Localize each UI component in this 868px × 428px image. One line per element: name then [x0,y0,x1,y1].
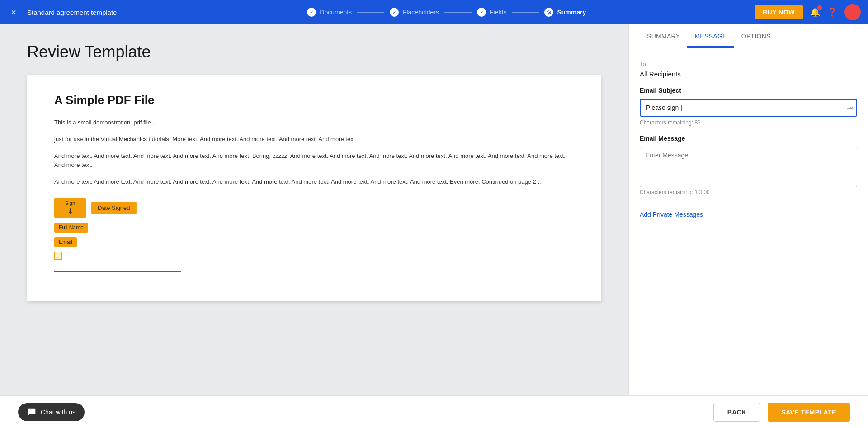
doc-paragraph-2: just for use in the Virtual Mechanics tu… [54,135,574,144]
subject-chars-remaining: Characters remaining: 89 [640,119,857,126]
sign-label: Sign [65,200,75,206]
to-label: To [640,61,857,67]
save-template-button[interactable]: SAVE TEMPLATE [768,403,850,422]
help-button[interactable]: ❓ [827,7,837,17]
step-documents-icon: ✓ [307,8,316,17]
email-subject-wrapper: ⇥ [640,99,857,117]
fullname-badge: Full Name [54,223,88,233]
buy-now-button[interactable]: BUY NOW [755,5,803,19]
sign-date-row: Sign ⬇ Date Signed [54,198,574,218]
message-chars-remaining: Characters remaining: 10000 [640,189,857,195]
tab-summary[interactable]: SUMMARY [640,24,687,48]
email-label: Email [59,239,72,245]
email-subject-label: Email Subject [640,87,857,94]
doc-paragraph-3: And more text. And more text. And more t… [54,152,574,171]
date-signed-label: Date Signed [98,204,130,211]
doc-fields: Sign ⬇ Date Signed Full Name Email [54,198,574,272]
step-summary[interactable]: ◎ Summary [544,8,586,17]
step-divider-3 [512,12,539,13]
step-fields-label: Fields [490,9,506,16]
input-arrow-icon: ⇥ [847,104,853,112]
chat-button[interactable]: Chat with us [18,403,85,421]
signature-line [54,271,181,272]
email-message-textarea[interactable] [640,147,857,187]
main-layout: Review Template A Simple PDF File This i… [0,24,868,428]
step-summary-icon: ◎ [544,8,553,17]
step-placeholders-label: Placeholders [402,9,439,16]
steps-indicator: ✓ Documents ✓ Placeholders ✓ Fields ◎ Su… [138,8,755,17]
right-tabs: SUMMARY MESSAGE OPTIONS [629,24,868,48]
topnav-right: BUY NOW 🔔 ❓ [755,4,861,20]
bottom-bar: Chat with us BACK SAVE TEMPLATE [0,395,868,428]
email-badge: Email [54,237,77,247]
fullname-label: Full Name [59,224,84,231]
notification-badge [817,5,822,10]
doc-paragraph-4: And more text. And more text. And more t… [54,177,574,187]
template-title: Standard agreement template [27,9,117,16]
chat-label: Chat with us [41,409,75,416]
step-divider-1 [357,12,384,13]
email-row: Email [54,237,574,247]
chat-icon [27,408,36,417]
tab-options[interactable]: OPTIONS [734,24,778,48]
step-divider-2 [444,12,472,13]
step-summary-label: Summary [557,9,586,16]
doc-paragraph-1: This is a small demonstration .pdf file … [54,118,574,128]
email-message-label: Email Message [640,135,857,142]
step-fields-icon: ✓ [477,8,486,17]
document-preview: A Simple PDF File This is a small demons… [27,75,601,301]
message-content: To All Recipients Email Subject ⇥ Charac… [629,48,868,428]
sign-arrow-icon: ⬇ [67,207,73,215]
back-button[interactable]: BACK [713,403,760,422]
left-panel: Review Template A Simple PDF File This i… [0,24,628,428]
step-fields[interactable]: ✓ Fields [477,8,506,17]
close-button[interactable]: × [7,6,20,19]
right-panel: SUMMARY MESSAGE OPTIONS To All Recipient… [628,24,868,428]
top-navigation: × Standard agreement template ✓ Document… [0,0,868,24]
checkbox-badge [54,252,62,260]
doc-title: A Simple PDF File [54,93,574,107]
avatar[interactable] [844,4,861,20]
date-signed-badge: Date Signed [91,202,137,214]
email-subject-input[interactable] [640,99,857,117]
page-title: Review Template [0,43,628,62]
checkbox-row [54,252,574,260]
add-private-messages-link[interactable]: Add Private Messages [640,211,703,218]
step-placeholders-icon: ✓ [390,8,399,17]
step-documents[interactable]: ✓ Documents [307,8,352,17]
step-documents-label: Documents [320,9,352,16]
fullname-row: Full Name [54,223,574,233]
notifications-button[interactable]: 🔔 [810,7,820,17]
step-placeholders[interactable]: ✓ Placeholders [390,8,439,17]
tab-message[interactable]: MESSAGE [687,24,734,48]
sign-badge: Sign ⬇ [54,198,86,218]
bottom-actions: BACK SAVE TEMPLATE [713,403,850,422]
to-value: All Recipients [640,70,857,78]
